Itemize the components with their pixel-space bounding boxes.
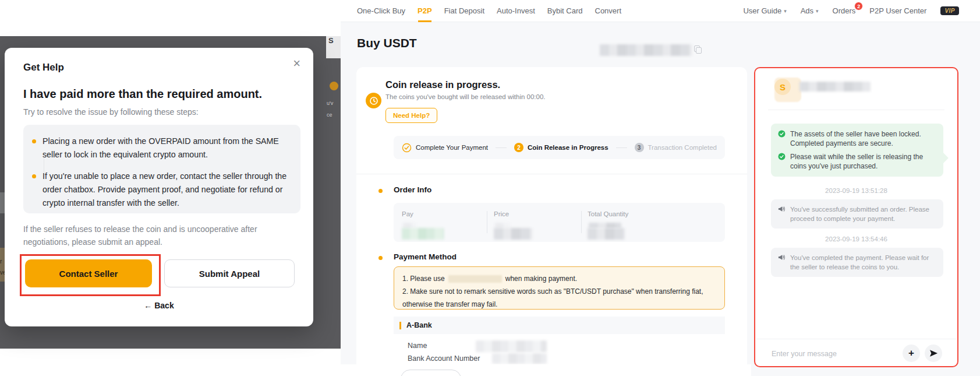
- seller-avatar[interactable]: S: [774, 79, 791, 95]
- payment-notice-line1: 1. Please use when making payment.: [402, 272, 716, 285]
- nav-convert[interactable]: Convert: [595, 0, 622, 22]
- submit-appeal-button[interactable]: Submit Appeal: [164, 259, 295, 287]
- nav-orders[interactable]: Orders 2: [833, 6, 856, 15]
- divider: [756, 339, 956, 339]
- notice-item: Please wait while the seller is releasin…: [778, 152, 936, 171]
- step-number: 3: [635, 143, 644, 152]
- order-info-title: Order Info: [394, 185, 431, 194]
- step-number: 2: [514, 143, 523, 152]
- orders-label: Orders: [833, 6, 856, 15]
- copy-icon[interactable]: [694, 45, 700, 52]
- contact-seller-button[interactable]: Contact Seller: [25, 259, 152, 287]
- system-message: You've completed the payment. Please wai…: [771, 248, 943, 277]
- fragment-letter: r: [0, 258, 2, 265]
- security-notice-bubble: The assets of the seller have been locke…: [771, 124, 943, 177]
- section-bullet: [378, 256, 383, 260]
- section-bullet: [378, 189, 383, 193]
- step-text: If you're unable to place a new order, c…: [43, 170, 289, 210]
- nav-auto-invest[interactable]: Auto-Invest: [497, 0, 535, 22]
- payment-method-title: Payment Method: [394, 252, 457, 261]
- send-icon: [929, 349, 938, 357]
- check-circle-icon: [402, 143, 412, 153]
- step-complete-payment: Complete Your Payment: [402, 143, 488, 153]
- nav-fiat-deposit[interactable]: Fiat Deposit: [444, 0, 484, 22]
- divider: [356, 174, 747, 174]
- order-info-panel: Pay Price Total Quantity: [394, 203, 725, 242]
- status-subtitle: The coins you've bought will be released…: [385, 93, 546, 100]
- ads-label: Ads: [801, 6, 813, 15]
- get-help-modal: Get Help × I have paid more than the req…: [5, 48, 313, 326]
- message-input[interactable]: [770, 345, 898, 363]
- divider: [768, 110, 944, 110]
- modal-overlay-region: S u'v ce r ve Get Help × I have paid mor…: [0, 0, 341, 376]
- issue-heading: I have paid more than the required amoun…: [23, 87, 262, 101]
- check-circle-icon: [778, 130, 786, 138]
- payment-notice: 1. Please use when making payment. 2. Ma…: [394, 266, 725, 310]
- dimmed-text-fragment: ce: [327, 112, 332, 118]
- price-label: Price: [494, 210, 509, 217]
- divider: [581, 211, 582, 233]
- cutoff-button[interactable]: [401, 370, 461, 376]
- payment-notice-line2: 2. Make sure not to remark sensitive wor…: [402, 285, 716, 311]
- dimmed-page-fragment: S: [326, 36, 341, 58]
- bubble-tail: [937, 152, 949, 164]
- issue-subheading: Try to resolve the issue by following th…: [23, 107, 199, 117]
- megaphone-icon: [778, 254, 786, 261]
- name-field-label: Name: [408, 342, 427, 350]
- nav-right-group: User Guide ▾ Ads ▾ Orders 2 P2P User Cen…: [743, 6, 959, 15]
- chat-panel: S The assets of the seller have been loc…: [754, 67, 958, 367]
- chevron-down-icon: ▾: [816, 8, 819, 14]
- notice-text: The assets of the seller have been locke…: [790, 129, 936, 148]
- vip-badge[interactable]: VIP: [940, 6, 959, 15]
- price-column: Price: [494, 210, 509, 217]
- nav-bybit-card[interactable]: Bybit Card: [547, 0, 583, 22]
- notice-suffix: when making payment.: [505, 272, 577, 285]
- price-value-redacted: [494, 228, 532, 240]
- bank-header: A-Bank: [394, 317, 725, 334]
- back-button[interactable]: ← Back: [5, 301, 313, 310]
- order-number-redacted: [600, 44, 692, 56]
- message-text: You've completed the payment. Please wai…: [790, 253, 936, 272]
- notice-prefix: 1. Please use: [402, 272, 445, 285]
- pay-label: Pay: [402, 210, 413, 217]
- bullet-dot: [32, 174, 36, 178]
- total-quantity-label: Total Quantity: [588, 210, 628, 217]
- progress-steps: Complete Your Payment 2 Coin Release in …: [394, 136, 725, 159]
- modal-title: Get Help: [23, 62, 64, 73]
- nav-ads[interactable]: Ads ▾: [801, 6, 819, 15]
- clock-icon: [366, 93, 381, 108]
- step-coin-release: 2 Coin Release in Progress: [514, 143, 608, 152]
- need-help-button[interactable]: Need Help?: [385, 108, 437, 123]
- step-transaction-completed: 3 Transaction Completed: [635, 143, 717, 152]
- close-icon[interactable]: ×: [293, 57, 300, 70]
- notice-item: The assets of the seller have been locke…: [778, 129, 936, 148]
- account-field-label: Bank Account Number: [408, 354, 480, 363]
- resolution-step: If you're unable to place a new order, c…: [32, 170, 289, 210]
- nav-p2p[interactable]: P2P: [418, 0, 432, 22]
- attach-button[interactable]: +: [903, 345, 920, 362]
- total-quantity-column: Total Quantity: [588, 210, 628, 217]
- chevron-down-icon: ▾: [784, 8, 787, 14]
- megaphone-icon: [778, 205, 786, 213]
- step-label: Coin Release in Progress: [528, 144, 608, 151]
- p2p-order-page: One-Click Buy P2P Fiat Deposit Auto-Inve…: [0, 0, 980, 376]
- send-button[interactable]: [925, 345, 942, 362]
- nav-p2p-user-center[interactable]: P2P User Center: [869, 6, 926, 15]
- message-timestamp: 2023-09-19 13:54:46: [755, 236, 957, 243]
- step-text: Placing a new order with the OVERPAID am…: [43, 135, 289, 161]
- payment-account-redacted: [448, 275, 502, 283]
- divider: [487, 211, 487, 233]
- total-quantity-value-redacted: [588, 228, 625, 240]
- bullet-dot: [32, 139, 36, 143]
- seller-name-redacted: [799, 82, 871, 92]
- check-circle-icon: [778, 153, 786, 160]
- nav-one-click-buy[interactable]: One-Click Buy: [357, 0, 405, 22]
- dimmed-avatar-fragment: [330, 82, 338, 90]
- bank-name: A-Bank: [406, 321, 432, 329]
- account-value-redacted: [492, 353, 547, 364]
- message-timestamp: 2023-09-19 13:51:28: [755, 187, 957, 194]
- resolution-step: Placing a new order with the OVERPAID am…: [32, 135, 289, 161]
- step-connector: [496, 147, 507, 148]
- name-value-redacted: [476, 340, 547, 352]
- nav-user-guide[interactable]: User Guide ▾: [743, 6, 786, 15]
